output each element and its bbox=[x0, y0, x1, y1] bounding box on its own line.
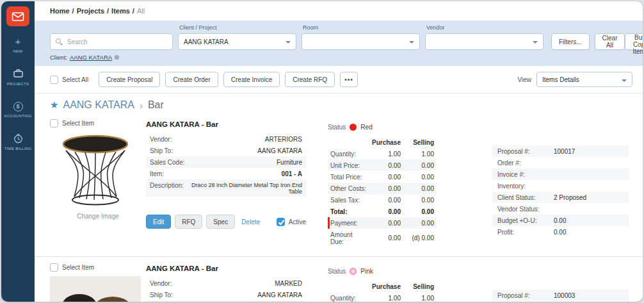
meta-row: Invoice #: bbox=[492, 168, 629, 180]
create-rfq-button[interactable]: Create RFQ bbox=[285, 72, 335, 87]
sidebar-item-time-billing[interactable]: TIME BILLING bbox=[1, 134, 35, 151]
create-proposal-button[interactable]: Create Proposal bbox=[99, 72, 160, 87]
view-value: Items Details bbox=[542, 76, 579, 83]
item-image bbox=[50, 132, 141, 209]
select-item-checkbox[interactable] bbox=[50, 119, 58, 127]
sidebar-item-new[interactable]: + NEW bbox=[1, 37, 35, 54]
section-header: ★ AANG KATARA › Bar bbox=[35, 94, 643, 114]
breadcrumb-items[interactable]: Items bbox=[111, 7, 130, 15]
detail-row: Vendor: ARTERIORS bbox=[146, 133, 306, 145]
breadcrumb-separator: / bbox=[133, 7, 134, 15]
sidebar-item-label: TIME BILLING bbox=[4, 147, 32, 151]
item-title: AANG KATARA - Bar bbox=[146, 262, 306, 277]
search-icon bbox=[56, 38, 61, 44]
money-row: Total Price: 0.00 0.00 bbox=[328, 171, 437, 183]
detail-row: Item: 001 - A bbox=[146, 168, 306, 179]
clock-icon bbox=[13, 134, 23, 144]
money-header: Purchase Selling bbox=[328, 281, 437, 292]
select-all-checkbox[interactable] bbox=[50, 76, 58, 84]
breadcrumb-separator: / bbox=[107, 7, 109, 15]
money-row-payment: Payment: 0.00 0.00 bbox=[328, 217, 437, 229]
section-project-link[interactable]: AANG KATARA bbox=[63, 99, 134, 111]
room-select[interactable] bbox=[302, 33, 420, 50]
room-label: Room bbox=[303, 24, 420, 31]
search-input[interactable] bbox=[50, 33, 173, 50]
app-logo[interactable] bbox=[6, 6, 29, 26]
sidebar-item-label: ACCOUNTING bbox=[4, 114, 31, 119]
create-order-button[interactable]: Create Order bbox=[165, 72, 218, 87]
sidebar-item-label: NEW bbox=[13, 49, 23, 54]
money-row: Other Costs: 0.00 0.00 bbox=[328, 183, 437, 194]
create-invoice-button[interactable]: Create Invoice bbox=[223, 72, 280, 87]
filters-button[interactable]: Filters... bbox=[551, 33, 590, 50]
delete-button[interactable]: Delete bbox=[239, 215, 262, 229]
select-all-label: Select All bbox=[62, 76, 88, 83]
client-chip-link[interactable]: AANG KATARA bbox=[70, 54, 112, 61]
dollar-icon: $ bbox=[13, 102, 23, 111]
detail-row: Sales Code: Furniture bbox=[146, 156, 306, 168]
detail-row: Description: Draco 28 Inch Diameter Meta… bbox=[146, 179, 306, 197]
select-item-label: Select Item bbox=[62, 264, 94, 271]
sidebar-item-projects[interactable]: PROJECTS bbox=[1, 69, 35, 86]
spec-button[interactable]: Spec bbox=[206, 215, 235, 229]
breadcrumb-home[interactable]: Home bbox=[50, 7, 70, 15]
toolbar: Select All Create Proposal Create Order … bbox=[35, 66, 643, 94]
remove-client-icon[interactable]: ⊗ bbox=[114, 54, 119, 61]
detail-row: Vendor: MARKED bbox=[146, 277, 306, 289]
status-row: Status Red bbox=[328, 121, 437, 133]
meta-row: Proposal #: 100017 bbox=[492, 145, 629, 157]
money-row-total: Total: 0.00 0.00 bbox=[328, 206, 437, 217]
status-label: Status bbox=[328, 268, 346, 275]
rfq-button[interactable]: RFQ bbox=[175, 215, 202, 229]
select-item-label: Select Item bbox=[62, 120, 94, 127]
detail-row: Ship To: AANG KATARA bbox=[146, 145, 306, 156]
active-checkbox[interactable] bbox=[277, 218, 285, 226]
clear-all-button[interactable]: Clear All bbox=[595, 33, 625, 50]
item-card: Select Item bbox=[35, 256, 643, 302]
briefcase-icon bbox=[13, 69, 23, 79]
vendor-select[interactable] bbox=[425, 33, 543, 50]
view-select[interactable]: Items Details bbox=[536, 72, 632, 87]
status-value: Red bbox=[360, 124, 372, 131]
item-card: Select Item bbox=[35, 114, 643, 256]
search-field bbox=[50, 33, 173, 50]
client-chip-label: Client: bbox=[50, 54, 67, 61]
plus-icon: + bbox=[15, 37, 21, 47]
money-row: Sales Tax: 0.00 0.00 bbox=[328, 194, 437, 206]
money-row: Unit Price: 0.00 0.00 bbox=[328, 160, 437, 171]
lounge-chairs-image bbox=[51, 280, 140, 302]
end-table-image bbox=[57, 134, 134, 207]
money-row: Quantity: 1.00 1.00 bbox=[328, 148, 437, 160]
breadcrumb-all: All bbox=[137, 7, 145, 15]
edit-button[interactable]: Edit bbox=[146, 215, 171, 229]
change-image-link[interactable]: Change Image bbox=[50, 213, 146, 220]
more-actions-button[interactable]: ••• bbox=[340, 72, 358, 87]
sidebar-item-accounting[interactable]: $ ACCOUNTING bbox=[1, 102, 35, 119]
client-project-value: AANG KATARA bbox=[184, 38, 229, 45]
section-room-label: Bar bbox=[148, 99, 164, 111]
items-list: Select Item bbox=[35, 114, 643, 302]
money-row: Quantity: 1.00 1.00 bbox=[328, 292, 437, 302]
meta-row: Client Status: 2 Proposed bbox=[492, 192, 629, 203]
breadcrumb-projects[interactable]: Projects bbox=[77, 7, 104, 15]
view-label: View bbox=[518, 76, 532, 83]
status-value: Pink bbox=[360, 268, 373, 275]
meta-row: Order #: bbox=[492, 157, 629, 168]
bulk-copy-items-button[interactable]: Bulk Copy Items bbox=[625, 33, 643, 50]
status-dot bbox=[350, 124, 357, 131]
select-item-checkbox[interactable] bbox=[50, 263, 58, 272]
client-project-select[interactable]: AANG KATARA bbox=[178, 33, 296, 50]
meta-row: Budget +O-U: 0.00 bbox=[492, 215, 629, 226]
breadcrumb-separator: / bbox=[72, 7, 74, 15]
sidebar-item-label: PROJECTS bbox=[7, 82, 29, 86]
sidebar: + NEW PROJECTS $ ACCOUNTING bbox=[1, 1, 35, 302]
vendor-label: Vendor bbox=[426, 24, 543, 31]
status-dot bbox=[350, 268, 357, 275]
money-row: Amount Due: 0.00 (d) 0.00 bbox=[328, 229, 437, 247]
item-image bbox=[50, 276, 141, 302]
money-header: Purchase Selling bbox=[328, 137, 437, 148]
main-content: Home / Projects / Items / All Client / P… bbox=[35, 1, 643, 302]
detail-row: Ship To: AANG KATARA bbox=[146, 289, 306, 300]
meta-row: Profit: 0.00 bbox=[492, 226, 629, 238]
status-row: Status Pink bbox=[328, 265, 437, 277]
